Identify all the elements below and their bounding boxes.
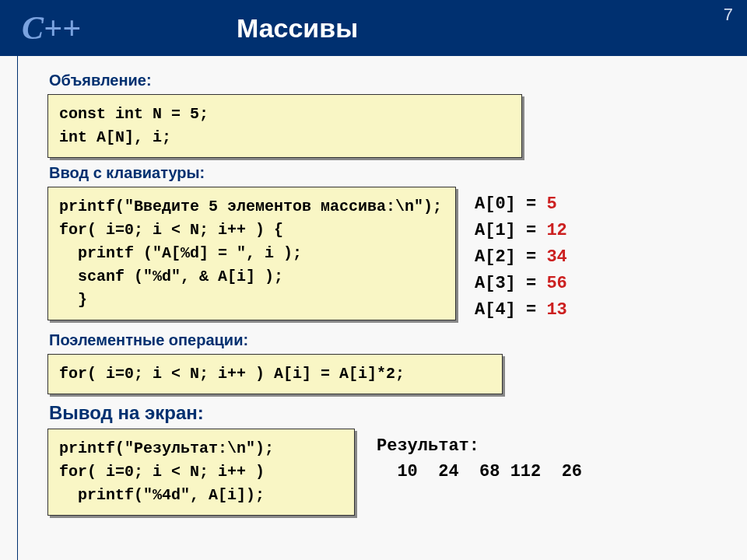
code-ops: for( i=0; i < N; i++ ) A[i] = A[i]*2; (47, 354, 503, 394)
slide-header: C++ Массивы 7 (0, 0, 747, 56)
label-declaration: Объявление: (49, 72, 731, 89)
label-input: Ввод с клавиатуры: (49, 164, 731, 182)
result-block: Результат: 10 24 68 112 26 (377, 433, 582, 485)
result-label: Результат: (377, 433, 582, 459)
cpp-logo: C++ (22, 9, 81, 47)
array-entry: A[2] = 34 (475, 244, 567, 271)
array-entry: A[0] = 5 (475, 191, 567, 218)
code-declaration: const int N = 5; int A[N], i; (47, 94, 522, 158)
code-input: printf("Введите 5 элементов массива:\n")… (47, 187, 456, 320)
page-number: 7 (724, 5, 733, 25)
array-entry: A[1] = 12 (475, 218, 567, 244)
array-values-list: A[0] = 5 A[1] = 12 A[2] = 34 A[3] = 56 A… (475, 191, 567, 324)
result-values: 10 24 68 112 26 (377, 459, 582, 485)
label-output: Вывод на экран: (49, 402, 731, 424)
label-ops: Поэлементные операции: (49, 331, 731, 349)
slide-content: Объявление: const int N = 5; int A[N], i… (17, 56, 747, 560)
array-entry: A[3] = 56 (475, 271, 567, 297)
code-output: printf("Результат:\n"); for( i=0; i < N;… (47, 429, 355, 516)
slide-title: Массивы (237, 13, 358, 44)
array-entry: A[4] = 13 (475, 297, 567, 324)
